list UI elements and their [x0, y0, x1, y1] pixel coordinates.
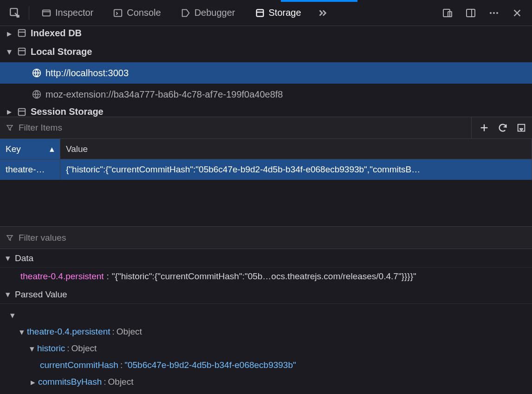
- column-header-key[interactable]: Key ▴: [0, 139, 60, 159]
- chevron-down-icon: ▾: [9, 310, 16, 321]
- globe-icon: [32, 89, 42, 99]
- parsed-node[interactable]: ▾ theatre-0.4.persistent: Object: [0, 323, 532, 340]
- cell-key: theatre-…: [6, 164, 45, 175]
- svg-rect-1: [43, 10, 51, 16]
- dock-side-icon[interactable]: [460, 2, 482, 24]
- column-label: Value: [66, 144, 88, 154]
- parsed-type: Object: [117, 327, 142, 337]
- filter-items-input[interactable]: [19, 123, 467, 133]
- filter-icon: [6, 234, 14, 242]
- delete-all-icon[interactable]: [516, 123, 526, 133]
- tree-label: Indexed DB: [31, 28, 82, 39]
- parsed-leaf[interactable]: currentCommitHash: "05b6c47e-b9d2-4d5b-b…: [0, 357, 532, 374]
- chevron-down-icon: ▾: [19, 327, 25, 337]
- svg-rect-4: [256, 9, 263, 16]
- table-row[interactable]: theatre-… {"historic":{"currentCommitHas…: [0, 159, 532, 180]
- section-parsed-header[interactable]: ▾ Parsed Value: [0, 285, 532, 304]
- picker-icon[interactable]: [4, 2, 26, 24]
- chevron-down-icon: ▾: [5, 253, 11, 263]
- svg-point-12: [496, 12, 498, 14]
- database-icon: [17, 28, 27, 38]
- chevron-down-icon: ▾: [5, 289, 11, 300]
- svg-rect-13: [19, 30, 26, 37]
- tree-session-storage[interactable]: ▸ Session Storage: [0, 105, 532, 117]
- detail-panel: ▾ Data theatre-0.4.persistent: "{"histor…: [0, 226, 532, 393]
- refresh-icon[interactable]: [498, 123, 508, 133]
- responsive-mode-icon[interactable]: [436, 2, 459, 24]
- parsed-key: historic: [37, 343, 65, 354]
- table-header: Key ▴ Value: [0, 139, 532, 159]
- tree-item-moz-extension[interactable]: moz-extension://ba34a777-ba6b-4c78-af7e-…: [0, 84, 532, 105]
- column-header-value[interactable]: Value: [60, 139, 532, 159]
- tree-label: Local Storage: [31, 46, 92, 57]
- data-key: theatre-0.4.persistent: [20, 271, 104, 282]
- kebab-menu-icon[interactable]: [483, 2, 505, 24]
- storage-tree-panel: ▸ Indexed DB ▾ Local Storage http://loca…: [0, 26, 532, 117]
- close-icon[interactable]: [506, 2, 528, 24]
- parsed-value: "05b6c47e-b9d2-4d5b-b34f-e068ecb9393b": [124, 360, 296, 370]
- tree-item-localhost[interactable]: http://localhost:3003: [0, 62, 532, 84]
- tab-debugger[interactable]: Debugger: [171, 0, 245, 26]
- filter-icon: [6, 124, 14, 132]
- svg-point-10: [490, 12, 492, 14]
- filter-values-bar: [0, 227, 532, 249]
- column-label: Key: [6, 144, 21, 154]
- parsed-key: currentCommitHash: [40, 360, 118, 370]
- parsed-type: Object: [108, 377, 134, 387]
- svg-rect-3: [114, 9, 122, 16]
- sort-asc-icon: ▴: [50, 144, 54, 154]
- more-tabs-icon[interactable]: [311, 2, 334, 24]
- devtools-toolbar: Inspector Console Debugger Storage: [0, 0, 532, 26]
- parsed-node[interactable]: ▸ commitsByHash: Object: [0, 374, 532, 390]
- tab-label: Inspector: [55, 7, 93, 18]
- tab-inspector[interactable]: Inspector: [32, 0, 103, 26]
- tree-item-url: moz-extension://ba34a777-ba6b-4c78-af7e-…: [45, 89, 283, 100]
- add-item-icon[interactable]: [479, 123, 489, 133]
- parsed-type: Object: [71, 343, 97, 354]
- data-value: "{"historic":{"currentCommitHash":"05b…o…: [112, 271, 416, 282]
- chevron-down-icon: ▾: [29, 343, 35, 354]
- svg-rect-6: [443, 9, 450, 17]
- svg-rect-8: [467, 9, 475, 17]
- tree-local-storage[interactable]: ▾ Local Storage: [0, 41, 532, 62]
- tree-indexed-db[interactable]: ▸ Indexed DB: [0, 28, 532, 41]
- filter-values-input[interactable]: [19, 233, 526, 243]
- tab-label: Debugger: [195, 7, 235, 18]
- section-label: Data: [15, 253, 33, 263]
- chevron-right-icon: ▸: [6, 106, 13, 117]
- parsed-key: theatre-0.4.persistent: [27, 327, 110, 337]
- parsed-node[interactable]: ▾ historic: Object: [0, 340, 532, 357]
- storage-icon: [17, 46, 27, 57]
- section-label: Parsed Value: [15, 289, 67, 300]
- chevron-down-icon: ▾: [6, 46, 13, 57]
- data-kv-row: theatre-0.4.persistent: "{"historic":{"c…: [0, 268, 532, 285]
- section-data-header[interactable]: ▾ Data: [0, 249, 532, 268]
- parsed-value-tree: ▾ ▾ theatre-0.4.persistent: Object ▾ his…: [0, 304, 532, 393]
- storage-icon: [17, 107, 27, 117]
- filter-items-bar: [0, 117, 532, 139]
- parsed-root-twisty[interactable]: ▾: [0, 307, 532, 323]
- globe-icon: [32, 68, 42, 78]
- chevron-right-icon: ▸: [30, 377, 36, 387]
- tab-label: Storage: [269, 7, 301, 18]
- tab-storage[interactable]: Storage: [246, 0, 311, 26]
- tree-item-url: http://localhost:3003: [45, 68, 129, 79]
- svg-rect-21: [19, 109, 26, 116]
- tree-label: Session Storage: [31, 106, 104, 117]
- parsed-key: commitsByHash: [38, 377, 102, 387]
- cell-value: {"historic":{"currentCommitHash":"05b6c4…: [66, 164, 420, 175]
- tab-console[interactable]: Console: [104, 0, 170, 26]
- tab-label: Console: [127, 7, 161, 18]
- svg-point-11: [493, 12, 495, 14]
- table-body: theatre-… {"historic":{"currentCommitHas…: [0, 159, 532, 226]
- svg-rect-15: [19, 48, 26, 55]
- chevron-right-icon: ▸: [6, 28, 13, 39]
